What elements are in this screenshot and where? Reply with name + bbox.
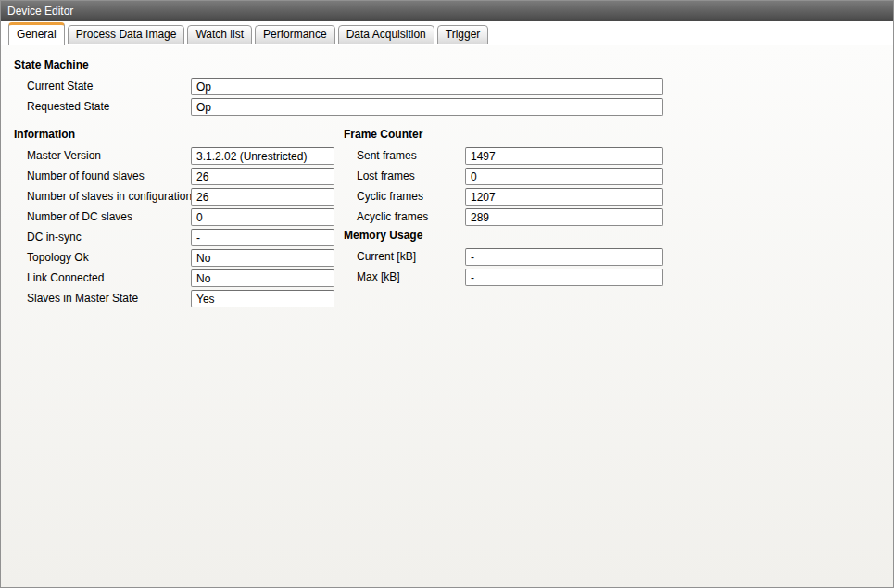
tab-data-acquisition[interactable]: Data Acquisition	[338, 25, 434, 44]
field-row: Max [kB]	[344, 269, 663, 289]
section-title-information: Information	[14, 127, 334, 147]
field-label-max-kb: Max [kB]	[357, 270, 400, 283]
section-state-machine: State Machine Current State Requested St…	[14, 57, 663, 119]
field-label-found-slaves: Number of found slaves	[27, 169, 145, 182]
field-label-dc-in-sync: DC in-sync	[27, 231, 82, 244]
tab-label: Data Acquisition	[346, 28, 426, 41]
field-label-lost-frames: Lost frames	[357, 169, 415, 182]
field-dc-in-sync[interactable]	[191, 229, 334, 246]
field-link-connected[interactable]	[191, 269, 334, 287]
tab-strip: General Process Data Image Watch list Pe…	[1, 21, 893, 45]
field-row: Slaves in Master State	[14, 290, 334, 310]
field-row: Number of found slaves	[14, 168, 334, 188]
field-requested-state[interactable]	[191, 98, 663, 116]
field-row: Master Version	[14, 147, 334, 168]
tab-label: Process Data Image	[76, 28, 177, 41]
device-editor-window: Device Editor General Process Data Image…	[0, 0, 894, 588]
field-current-kb[interactable]	[465, 248, 663, 266]
field-slaves-in-master-state[interactable]	[191, 290, 334, 307]
field-row: Number of DC slaves	[14, 208, 334, 229]
field-row: Current State	[14, 78, 663, 98]
field-slaves-in-configuration[interactable]	[191, 188, 334, 206]
tab-label: General	[17, 28, 57, 41]
tab-general[interactable]: General	[8, 22, 65, 45]
field-row: DC in-sync	[14, 229, 334, 249]
field-master-version[interactable]	[191, 147, 334, 165]
tab-watch-list[interactable]: Watch list	[187, 25, 252, 44]
field-row: Acyclic frames	[344, 208, 663, 229]
field-label-current-state: Current State	[27, 80, 93, 93]
field-row: Current [kB]	[344, 248, 663, 269]
window-titlebar: Device Editor	[1, 1, 893, 21]
section-title-frame-counter: Frame Counter	[344, 127, 663, 147]
field-row: Topology Ok	[14, 249, 334, 269]
field-found-slaves[interactable]	[191, 168, 334, 185]
tab-label: Performance	[263, 28, 327, 41]
field-label-slaves-in-configuration: Number of slaves in configuration	[27, 190, 192, 203]
field-row: Requested State	[14, 98, 663, 119]
field-max-kb[interactable]	[465, 269, 663, 286]
field-current-state[interactable]	[191, 78, 663, 95]
tab-trigger[interactable]: Trigger	[437, 25, 489, 44]
field-label-current-kb: Current [kB]	[357, 250, 416, 263]
field-label-master-version: Master Version	[27, 149, 101, 162]
field-row: Lost frames	[344, 168, 663, 188]
tab-label: Watch list	[195, 28, 244, 41]
field-acyclic-frames[interactable]	[465, 208, 663, 226]
field-row: Number of slaves in configuration	[14, 188, 334, 208]
section-title-state-machine: State Machine	[14, 57, 663, 78]
field-label-slaves-in-master-state: Slaves in Master State	[27, 292, 138, 305]
tab-label: Trigger	[446, 28, 481, 41]
field-lost-frames[interactable]	[465, 168, 663, 185]
field-topology-ok[interactable]	[191, 249, 334, 267]
field-label-requested-state: Requested State	[27, 100, 109, 113]
field-row: Cyclic frames	[344, 188, 663, 208]
field-sent-frames[interactable]	[465, 147, 663, 165]
field-cyclic-frames[interactable]	[465, 188, 663, 206]
field-label-link-connected: Link Connected	[27, 271, 104, 284]
field-dc-slaves[interactable]	[191, 208, 334, 226]
section-memory-usage: Memory Usage Current [kB] Max [kB]	[344, 228, 663, 289]
section-frame-counter: Frame Counter Sent frames Lost frames Cy…	[344, 127, 663, 229]
field-label-sent-frames: Sent frames	[357, 149, 417, 162]
field-label-dc-slaves: Number of DC slaves	[27, 210, 132, 223]
field-label-cyclic-frames: Cyclic frames	[357, 190, 423, 203]
tab-performance[interactable]: Performance	[255, 25, 335, 44]
window-title: Device Editor	[7, 5, 73, 18]
tab-process-data-image[interactable]: Process Data Image	[68, 25, 185, 44]
field-label-topology-ok: Topology Ok	[27, 251, 89, 264]
field-row: Sent frames	[344, 147, 663, 168]
section-title-memory-usage: Memory Usage	[344, 228, 663, 248]
section-information: Information Master Version Number of fou…	[14, 127, 334, 310]
field-label-acyclic-frames: Acyclic frames	[357, 210, 428, 223]
field-row: Link Connected	[14, 269, 334, 290]
tab-content-general: State Machine Current State Requested St…	[1, 45, 893, 587]
